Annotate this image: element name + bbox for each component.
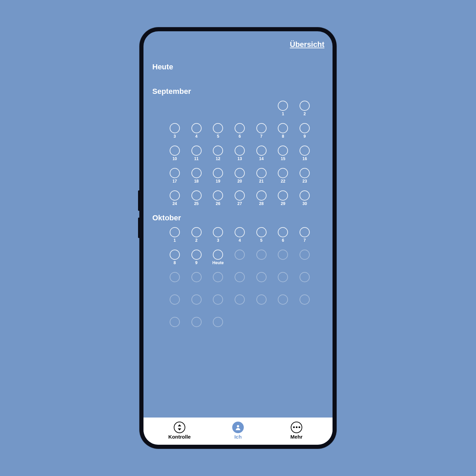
calendar-day[interactable]: 27 bbox=[232, 190, 247, 207]
day-circle-icon bbox=[256, 294, 267, 305]
day-circle-icon bbox=[213, 294, 223, 305]
calendar-day[interactable]: 15 bbox=[276, 146, 291, 163]
calendar-day-future bbox=[297, 250, 312, 267]
calendar-day[interactable]: 28 bbox=[254, 190, 269, 207]
calendar-day[interactable]: 22 bbox=[276, 168, 291, 185]
calendar-day[interactable]: 8 bbox=[167, 250, 182, 267]
day-label: 9 bbox=[195, 260, 198, 265]
app-screen: Übersicht Heute September123456789101112… bbox=[143, 31, 333, 445]
calendar-day[interactable]: 23 bbox=[297, 168, 312, 185]
day-label: 7 bbox=[260, 134, 262, 139]
calendar-day[interactable]: 17 bbox=[167, 168, 182, 185]
day-label: 3 bbox=[174, 134, 176, 139]
person-icon bbox=[232, 422, 244, 433]
svg-point-0 bbox=[237, 425, 239, 427]
calendar-day[interactable]: 3 bbox=[210, 227, 225, 244]
calendar-day[interactable]: 4 bbox=[232, 227, 247, 244]
calendar-day[interactable]: 30 bbox=[297, 190, 312, 207]
calendar-day-future bbox=[254, 272, 269, 289]
calendar-day-future bbox=[232, 272, 247, 289]
calendar-day-future bbox=[297, 294, 312, 311]
calendar-day[interactable]: 29 bbox=[276, 190, 291, 207]
day-circle-icon bbox=[235, 190, 245, 201]
day-label: 6 bbox=[239, 134, 241, 139]
calendar-day[interactable]: 1 bbox=[167, 227, 182, 244]
day-circle-icon bbox=[235, 146, 245, 156]
day-label: 9 bbox=[304, 134, 306, 139]
calendar-day[interactable]: 6 bbox=[232, 123, 247, 140]
day-label: 27 bbox=[237, 201, 242, 206]
calendar-day[interactable]: 2 bbox=[189, 227, 204, 244]
day-label: 12 bbox=[216, 156, 220, 161]
calendar-day[interactable]: 9 bbox=[189, 250, 204, 267]
day-label: 19 bbox=[216, 179, 220, 184]
day-circle-icon bbox=[256, 146, 267, 156]
calendar-day[interactable]: 6 bbox=[276, 227, 291, 244]
day-label: 5 bbox=[217, 134, 219, 139]
calendar-day-today[interactable]: Heute bbox=[210, 250, 225, 267]
phone-side-button bbox=[138, 190, 139, 211]
calendar-day[interactable]: 5 bbox=[210, 123, 225, 140]
day-circle-icon bbox=[278, 250, 288, 260]
day-circle-icon bbox=[191, 146, 202, 156]
calendar-day[interactable]: 5 bbox=[254, 227, 269, 244]
day-circle-icon bbox=[170, 123, 180, 133]
day-circle-icon bbox=[170, 317, 180, 327]
day-circle-icon bbox=[278, 272, 288, 282]
calendar-day-future bbox=[189, 317, 204, 334]
calendar-day[interactable]: 4 bbox=[189, 123, 204, 140]
tab-ich[interactable]: Ich bbox=[223, 422, 253, 440]
calendar-day[interactable]: 26 bbox=[210, 190, 225, 207]
day-label: 14 bbox=[259, 156, 264, 161]
calendar-day[interactable]: 2 bbox=[297, 101, 312, 118]
day-circle-icon bbox=[191, 294, 202, 305]
calendar-day[interactable]: 12 bbox=[210, 146, 225, 163]
day-circle-icon bbox=[300, 272, 310, 282]
day-circle-icon bbox=[235, 272, 245, 282]
calendar-scroll-area[interactable]: Übersicht Heute September123456789101112… bbox=[143, 31, 333, 418]
day-circle-icon bbox=[300, 190, 310, 201]
calendar-day[interactable]: 19 bbox=[210, 168, 225, 185]
calendar-day[interactable]: 21 bbox=[254, 168, 269, 185]
calendar-day-future bbox=[167, 272, 182, 289]
day-circle-icon bbox=[300, 123, 310, 133]
calendar-day[interactable]: 3 bbox=[167, 123, 182, 140]
tab-mehr[interactable]: Mehr bbox=[281, 422, 312, 440]
calendar-day[interactable]: 13 bbox=[232, 146, 247, 163]
calendar-day[interactable]: 18 bbox=[189, 168, 204, 185]
day-circle-icon bbox=[235, 294, 245, 305]
calendar-day[interactable]: 16 bbox=[297, 146, 312, 163]
day-circle-icon bbox=[300, 146, 310, 156]
calendar-day[interactable]: 1 bbox=[276, 101, 291, 118]
day-circle-icon bbox=[170, 146, 180, 156]
calendar-day-future bbox=[254, 294, 269, 311]
day-circle-icon bbox=[235, 168, 245, 178]
calendar-day[interactable]: 14 bbox=[254, 146, 269, 163]
calendar-day[interactable]: 7 bbox=[297, 227, 312, 244]
day-circle-icon bbox=[170, 168, 180, 178]
day-circle-icon bbox=[278, 101, 288, 111]
calendar-day-future bbox=[167, 294, 182, 311]
calendar-day[interactable]: 11 bbox=[189, 146, 204, 163]
day-circle-icon bbox=[278, 123, 288, 133]
calendar-day[interactable]: 20 bbox=[232, 168, 247, 185]
calendar-day[interactable]: 10 bbox=[167, 146, 182, 163]
calendar-day[interactable]: 25 bbox=[189, 190, 204, 207]
day-label: 11 bbox=[194, 156, 199, 161]
day-circle-icon bbox=[300, 227, 310, 237]
calendar-day[interactable]: 9 bbox=[297, 123, 312, 140]
calendar-day[interactable]: 7 bbox=[254, 123, 269, 140]
day-circle-icon bbox=[191, 190, 202, 201]
calendar-day-future bbox=[254, 250, 269, 267]
day-circle-icon bbox=[170, 250, 180, 260]
calendar-day[interactable]: 24 bbox=[167, 190, 182, 207]
day-circle-icon bbox=[300, 101, 310, 111]
calendar-day[interactable]: 8 bbox=[276, 123, 291, 140]
tab-kontrolle[interactable]: Kontrolle bbox=[164, 422, 195, 440]
day-circle-icon bbox=[191, 317, 202, 327]
overview-link[interactable]: Übersicht bbox=[152, 40, 324, 49]
day-label: 21 bbox=[259, 179, 264, 184]
tab-label: Ich bbox=[234, 434, 242, 440]
day-circle-icon bbox=[170, 294, 180, 305]
day-label: 5 bbox=[260, 238, 262, 243]
